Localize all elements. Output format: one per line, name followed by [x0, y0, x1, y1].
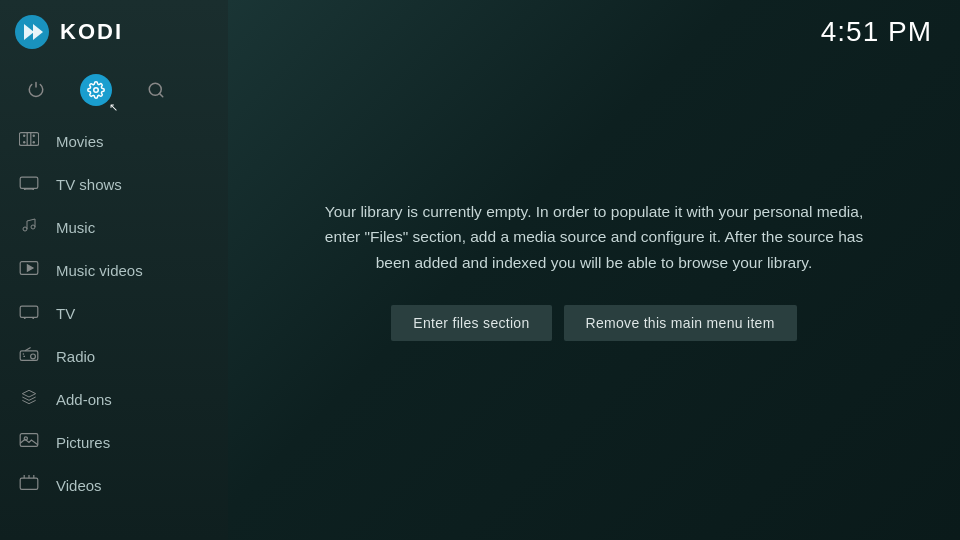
tv-label: TV — [56, 305, 75, 322]
settings-icon — [87, 81, 105, 99]
sidebar-item-movies[interactable]: Movies — [0, 120, 228, 163]
content-area: Your library is currently empty. In orde… — [228, 0, 960, 540]
svg-point-17 — [23, 227, 27, 231]
power-icon — [27, 81, 45, 99]
sidebar-item-videos[interactable]: Videos — [0, 464, 228, 507]
sidebar-item-add-ons[interactable]: Add-ons — [0, 378, 228, 421]
music-videos-label: Music videos — [56, 262, 143, 279]
svg-rect-24 — [20, 306, 38, 317]
add-ons-label: Add-ons — [56, 391, 112, 408]
radio-icon — [18, 346, 40, 367]
power-button[interactable] — [20, 74, 52, 106]
sidebar-nav: Movies TV shows Music Music videos TV — [0, 116, 228, 540]
main-content: 4:51 PM Your library is currently empty.… — [228, 0, 960, 540]
music-videos-icon — [18, 260, 40, 281]
svg-point-18 — [31, 225, 35, 229]
action-buttons: Enter files section Remove this main men… — [391, 305, 796, 341]
svg-line-21 — [27, 219, 35, 221]
svg-point-10 — [33, 141, 35, 143]
sidebar-item-pictures[interactable]: Pictures — [0, 421, 228, 464]
remove-menu-item-button[interactable]: Remove this main menu item — [564, 305, 797, 341]
svg-point-3 — [94, 88, 99, 93]
svg-line-5 — [159, 93, 162, 96]
videos-label: Videos — [56, 477, 102, 494]
sidebar-item-radio[interactable]: Radio — [0, 335, 228, 378]
movies-icon — [18, 131, 40, 152]
sidebar-header: KODI — [0, 0, 228, 64]
svg-rect-32 — [20, 434, 38, 447]
pictures-icon — [18, 432, 40, 453]
svg-rect-11 — [27, 133, 28, 146]
kodi-logo-icon — [14, 14, 50, 50]
sidebar-item-music[interactable]: Music — [0, 206, 228, 249]
pictures-label: Pictures — [56, 434, 110, 451]
svg-marker-23 — [27, 265, 33, 271]
add-ons-icon — [18, 389, 40, 410]
movies-label: Movies — [56, 133, 104, 150]
sidebar-item-music-videos[interactable]: Music videos — [0, 249, 228, 292]
sidebar: KODI Movies — [0, 0, 228, 540]
music-label: Music — [56, 219, 95, 236]
tvshows-label: TV shows — [56, 176, 122, 193]
svg-rect-6 — [19, 133, 38, 146]
empty-library-message: Your library is currently empty. In orde… — [308, 199, 880, 276]
svg-point-7 — [23, 135, 25, 137]
sidebar-icon-row — [0, 64, 228, 116]
svg-point-29 — [31, 354, 36, 359]
search-icon — [147, 81, 165, 99]
tv-icon — [18, 303, 40, 324]
app-title: KODI — [60, 19, 123, 45]
svg-rect-34 — [20, 478, 38, 489]
clock: 4:51 PM — [793, 0, 960, 64]
enter-files-button[interactable]: Enter files section — [391, 305, 551, 341]
svg-point-8 — [33, 135, 35, 137]
videos-icon — [18, 475, 40, 496]
settings-button[interactable] — [80, 74, 112, 106]
sidebar-item-tvshows[interactable]: TV shows — [0, 163, 228, 206]
sidebar-item-tv[interactable]: TV — [0, 292, 228, 335]
music-icon — [18, 217, 40, 238]
svg-point-9 — [23, 141, 25, 143]
svg-rect-13 — [20, 177, 38, 188]
radio-label: Radio — [56, 348, 95, 365]
tvshows-icon — [18, 174, 40, 195]
svg-rect-12 — [30, 133, 31, 146]
search-button[interactable] — [140, 74, 172, 106]
